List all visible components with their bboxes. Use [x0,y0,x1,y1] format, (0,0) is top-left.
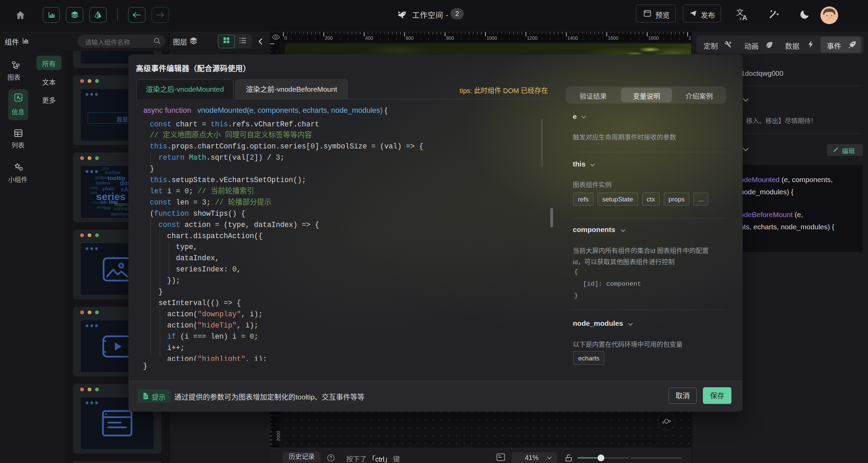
svg-text:x: x [740,16,742,21]
svg-text:A: A [742,14,747,21]
